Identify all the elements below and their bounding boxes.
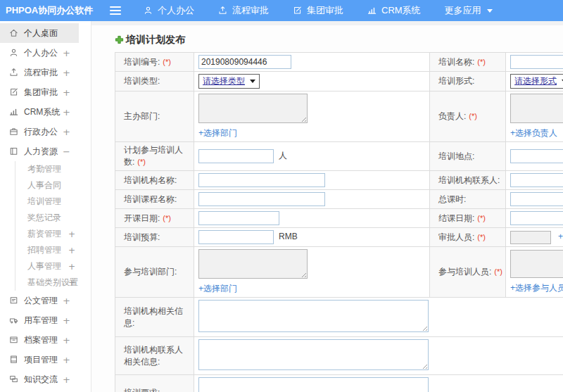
course-name-input[interactable]	[198, 192, 325, 206]
expand-toggle-icon[interactable]: +	[63, 335, 70, 346]
end-date-input[interactable]	[510, 211, 563, 225]
training-org-name-input[interactable]	[198, 173, 325, 187]
topnav-workflow-approval[interactable]: 流程审批	[218, 4, 269, 17]
training-requirements-textarea[interactable]	[198, 377, 429, 392]
training-number-input[interactable]	[198, 55, 291, 69]
sidebar-subitem-recruitment-mgmt[interactable]: 招聘管理+	[15, 242, 80, 258]
participating-staff-label: 参与培训人员:	[438, 267, 491, 277]
training-location-input[interactable]	[510, 149, 563, 163]
host-department-textarea[interactable]	[198, 94, 308, 123]
start-date-label: 开课日期:	[124, 213, 160, 223]
training-org-info-label: 培训机构相关信息:	[124, 306, 183, 328]
participating-departments-textarea[interactable]	[198, 249, 308, 279]
total-hours-input[interactable]	[510, 192, 563, 206]
topnav-crm-system[interactable]: CRM系统	[367, 4, 421, 17]
training-org-name-field-cell	[194, 171, 430, 190]
training-budget-unit: RMB	[279, 232, 298, 241]
sidebar-item-group-approval[interactable]: 集团审批+	[0, 82, 79, 102]
home-icon	[9, 28, 19, 38]
page-head: 培训计划发布	[115, 34, 563, 46]
expand-toggle-icon[interactable]: +	[63, 374, 70, 385]
approver-link[interactable]: +选择审批人员	[558, 231, 563, 243]
sidebar-subitem-base-category[interactable]: 基础类别设置+	[15, 274, 80, 291]
required-mark: (*)	[163, 58, 171, 66]
required-mark: (*)	[477, 233, 486, 241]
topnav-group-approval[interactable]: 集团审批	[293, 4, 343, 17]
expand-toggle-icon[interactable]: +	[63, 296, 70, 306]
training-requirements-textarea-wrap	[198, 377, 429, 392]
sidebar-subitem-hr-contract[interactable]: 人事合同	[15, 177, 80, 194]
course-name-label-cell: 培训课程名称:	[115, 190, 194, 209]
expand-toggle-icon[interactable]: +	[63, 127, 70, 137]
expand-toggle-icon[interactable]: +	[63, 355, 70, 365]
sidebar-item-label: 档案管理	[24, 334, 58, 346]
sidebar-item-archive-mgmt[interactable]: 档案管理+	[0, 330, 79, 350]
sidebar-subitem-label: 奖惩记录	[27, 212, 61, 224]
sidebar-item-knowledge-exchange[interactable]: 知识交流+	[0, 369, 79, 389]
sidebar-subitem-training-mgmt[interactable]: 培训管理	[15, 194, 80, 210]
expand-toggle-icon[interactable]: +	[63, 68, 70, 78]
topnav-label: 流程审批	[232, 4, 269, 17]
expand-toggle-icon[interactable]: +	[63, 48, 70, 58]
end-date-field-cell	[506, 209, 563, 228]
expand-toggle-icon[interactable]: +	[68, 278, 75, 288]
sidebar-item-crm-system[interactable]: CRM系统+	[0, 102, 79, 122]
expand-toggle-icon[interactable]: +	[68, 246, 75, 255]
topnav-personal-office[interactable]: 个人办公	[144, 4, 194, 17]
sidebar-item-personal-office[interactable]: 个人办公+	[0, 43, 79, 63]
sidebar-item-human-resources[interactable]: 人力资源−	[0, 141, 79, 161]
expand-toggle-icon[interactable]: −	[63, 146, 70, 157]
sidebar-subitem-label: 薪资管理	[27, 228, 61, 240]
sidebar-item-desktop[interactable]: 个人桌面	[0, 23, 79, 43]
sidebar-item-label: 项目管理	[24, 354, 58, 366]
training-form-select[interactable]: 请选择形式	[510, 74, 563, 89]
host-department-link[interactable]: +选择部门	[198, 127, 237, 139]
planned-participants-field-cell: 人	[194, 142, 430, 171]
planned-participants-input[interactable]	[198, 149, 274, 163]
participating-departments-link[interactable]: +选择部门	[198, 283, 237, 295]
training-type-select-value: 请选择类型	[203, 75, 245, 87]
topnav-label: 更多应用	[445, 4, 481, 17]
course-name-field-cell	[194, 190, 430, 209]
sidebar-item-label: 流程审批	[24, 67, 58, 79]
doc-icon	[9, 296, 19, 305]
training-type-select[interactable]: 请选择类型	[198, 74, 260, 89]
form-row: 参与培训部门:+选择部门参与培训人员:(*)+选择参与人员	[115, 247, 563, 298]
form-row: 培训编号:(*)培训名称:(*)	[115, 53, 563, 72]
sidebar-item-admin-office[interactable]: 行政办公+	[0, 122, 79, 141]
training-name-input[interactable]	[510, 55, 563, 69]
participating-staff-textarea[interactable]	[510, 250, 563, 278]
top-nav: 个人办公流程审批集团审批CRM系统更多应用	[144, 4, 493, 17]
training-number-label-cell: 培训编号:(*)	[115, 53, 194, 72]
total-hours-label: 总课时:	[438, 194, 466, 204]
sidebar-subitem-attendance-mgmt[interactable]: 考勤管理	[15, 161, 80, 177]
training-budget-input[interactable]	[198, 230, 274, 244]
sidebar-item-project-mgmt[interactable]: 项目管理+	[0, 350, 79, 369]
sidebar: 个人桌面个人办公+流程审批+集团审批+CRM系统+行政办公+人力资源−考勤管理人…	[0, 21, 91, 392]
sidebar-item-document-mgmt[interactable]: 公文管理+	[0, 291, 79, 310]
briefcase-icon	[9, 127, 19, 137]
training-org-info-textarea[interactable]	[198, 300, 429, 332]
expand-toggle-icon[interactable]: +	[63, 107, 70, 118]
participating-staff-link[interactable]: +选择参与人员	[510, 282, 563, 294]
expand-toggle-icon[interactable]: +	[68, 262, 75, 272]
expand-toggle-icon[interactable]: +	[63, 87, 70, 98]
expand-toggle-icon[interactable]: +	[63, 315, 70, 326]
start-date-input[interactable]	[198, 211, 279, 225]
caret-down-icon	[487, 9, 493, 13]
leader-link[interactable]: +选择负责人	[510, 127, 557, 139]
sidebar-subitem-personnel-mgmt[interactable]: 人事管理+	[15, 258, 80, 274]
topnav-more-apps[interactable]: 更多应用	[445, 4, 493, 17]
sidebar-item-workflow-approval[interactable]: 流程审批+	[0, 63, 79, 82]
sidebar-item-vehicle-mgmt[interactable]: 用车管理+	[0, 310, 79, 330]
training-org-contact-input[interactable]	[510, 173, 563, 187]
training-type-field-cell: 请选择类型	[194, 72, 430, 91]
approver-input[interactable]	[510, 231, 551, 244]
sidebar-subitem-reward-punishment[interactable]: 奖惩记录	[15, 210, 80, 226]
training-location-label: 培训地点:	[438, 151, 474, 161]
expand-toggle-icon[interactable]: +	[68, 229, 75, 239]
sidebar-subitem-salary-mgmt[interactable]: 薪资管理+	[15, 226, 80, 242]
hamburger-icon[interactable]	[110, 6, 121, 15]
training-org-contact-info-textarea[interactable]	[198, 339, 429, 370]
leader-textarea[interactable]	[510, 94, 563, 123]
